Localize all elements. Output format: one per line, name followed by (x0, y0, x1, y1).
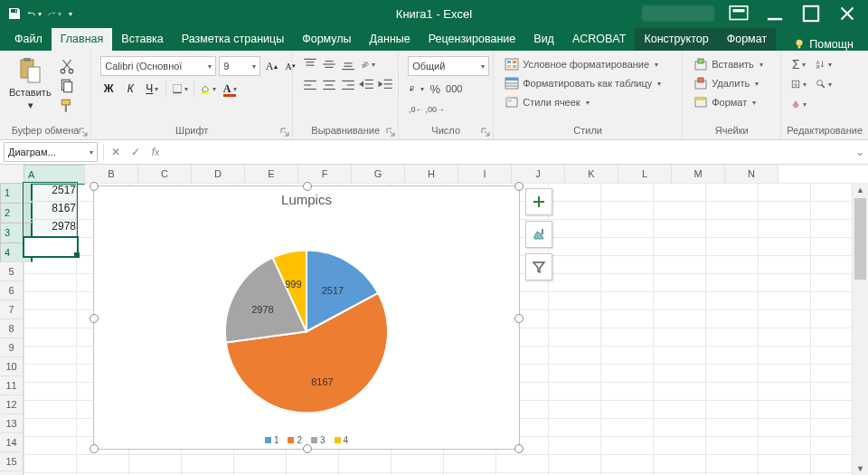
tab-format[interactable]: Формат (718, 28, 776, 51)
save-icon[interactable] (7, 6, 22, 21)
ribbon-display-icon[interactable] (727, 3, 750, 24)
font-size-select[interactable]: 9▾ (219, 56, 260, 76)
row-header-14[interactable]: 14 (0, 433, 24, 452)
font-family-select[interactable]: Calibri (Основної▾ (100, 56, 216, 76)
legend-item-1[interactable]: 1 (265, 435, 279, 445)
number-launcher-icon[interactable] (480, 127, 491, 138)
row-header-16[interactable]: 16 (0, 471, 24, 475)
increase-decimal-icon[interactable]: ,0← (408, 101, 424, 118)
tab-data[interactable]: Данные (361, 28, 420, 51)
align-bottom-icon[interactable] (340, 56, 356, 72)
accounting-icon[interactable]: ₽▾ (408, 81, 424, 97)
bold-button[interactable]: Ж (100, 81, 117, 97)
select-all-corner[interactable] (0, 165, 24, 184)
maximize-icon[interactable] (799, 3, 823, 24)
resize-handle-se[interactable] (514, 444, 524, 453)
undo-icon[interactable]: ▾ (27, 6, 42, 21)
format-painter-icon[interactable] (59, 98, 75, 114)
data-label-4[interactable]: 999 (285, 279, 301, 290)
insert-cells-button[interactable]: Вставить▾ (692, 56, 771, 72)
scroll-up-icon[interactable]: ▲ (853, 183, 868, 198)
name-box[interactable]: Диаграм...▾ (4, 142, 98, 162)
increase-indent-icon[interactable] (378, 77, 394, 93)
format-as-table-button[interactable]: Форматировать как таблицу▾ (503, 75, 673, 91)
tab-home[interactable]: Главная (52, 28, 113, 51)
underline-button[interactable]: Ч▾ (144, 81, 160, 97)
cell-styles-button[interactable]: Стили ячеек▾ (503, 94, 673, 110)
tab-review[interactable]: Рецензирование (420, 28, 525, 51)
align-middle-icon[interactable] (321, 56, 337, 72)
col-header-G[interactable]: G (352, 165, 405, 184)
col-header-D[interactable]: D (192, 165, 245, 184)
align-top-icon[interactable] (302, 56, 318, 72)
row-header-15[interactable]: 15 (0, 452, 24, 471)
format-cells-button[interactable]: Формат▾ (692, 94, 771, 110)
col-header-M[interactable]: M (672, 165, 725, 184)
col-header-C[interactable]: C (138, 165, 192, 184)
row-header-9[interactable]: 9 (0, 338, 24, 357)
data-label-3[interactable]: 2978 (251, 304, 273, 315)
data-label-2[interactable]: 8167 (311, 376, 333, 387)
tab-view[interactable]: Вид (524, 28, 563, 51)
tab-insert[interactable]: Вставка (112, 28, 172, 51)
col-header-F[interactable]: F (298, 165, 352, 184)
scroll-thumb[interactable] (854, 198, 866, 280)
align-left-icon[interactable] (302, 77, 318, 93)
col-header-J[interactable]: J (512, 165, 565, 184)
minimize-icon[interactable] (763, 3, 787, 24)
fill-handle[interactable] (74, 252, 80, 258)
insert-function-icon[interactable]: fx (146, 143, 165, 161)
clear-icon[interactable]: ▾ (790, 96, 807, 112)
font-launcher-icon[interactable] (279, 127, 290, 138)
sort-filter-icon[interactable]: AЯ▾ (816, 56, 832, 72)
col-header-L[interactable]: L (618, 165, 672, 184)
conditional-format-button[interactable]: Условное форматирование▾ (503, 56, 673, 72)
row-header-10[interactable]: 10 (0, 357, 24, 376)
row-header-11[interactable]: 11 (0, 376, 24, 395)
autosum-icon[interactable]: Σ▾ (790, 56, 807, 72)
tab-design[interactable]: Конструктор (635, 28, 717, 51)
grow-font-icon[interactable]: A▴ (263, 58, 279, 74)
col-header-H[interactable]: H (405, 165, 458, 184)
tell-me[interactable]: Помощн (793, 38, 863, 51)
tab-formulas[interactable]: Формулы (293, 28, 360, 51)
expand-formula-bar-icon[interactable]: ⌄ (852, 146, 868, 158)
user-account[interactable] (642, 5, 714, 22)
paste-button[interactable]: Вставить ▾ (5, 54, 55, 113)
col-header-E[interactable]: E (245, 165, 298, 184)
resize-handle-s[interactable] (303, 444, 312, 453)
italic-button[interactable]: К (122, 81, 138, 97)
col-header-B[interactable]: B (85, 165, 138, 184)
tab-acrobat[interactable]: ACROBAT (563, 28, 636, 51)
resize-handle-nw[interactable] (90, 182, 99, 191)
align-right-icon[interactable] (340, 77, 356, 93)
align-center-icon[interactable] (321, 77, 337, 93)
row-header-7[interactable]: 7 (0, 300, 24, 319)
legend-item-4[interactable]: 4 (335, 435, 349, 445)
vertical-scrollbar[interactable]: ▲ ▼ (852, 183, 868, 475)
border-icon[interactable]: ▾ (172, 81, 188, 97)
data-label-1[interactable]: 2517 (322, 285, 344, 296)
scroll-down-icon[interactable]: ▼ (853, 461, 868, 475)
legend-item-3[interactable]: 3 (311, 435, 326, 445)
find-select-icon[interactable]: ▾ (816, 76, 832, 92)
row-header-6[interactable]: 6 (0, 281, 24, 300)
copy-icon[interactable] (59, 78, 75, 94)
cancel-formula-icon[interactable]: ✕ (106, 143, 126, 161)
enter-formula-icon[interactable]: ✓ (126, 143, 146, 161)
formula-input[interactable] (165, 143, 852, 161)
percent-icon[interactable]: % (427, 81, 443, 97)
resize-handle-w[interactable] (90, 314, 99, 323)
fill-icon[interactable]: ▾ (790, 76, 807, 92)
resize-handle-sw[interactable] (90, 444, 99, 453)
redo-icon[interactable]: ▾ (47, 6, 61, 21)
legend-item-2[interactable]: 2 (288, 435, 302, 445)
chart-elements-button[interactable] (525, 188, 552, 215)
resize-handle-e[interactable] (514, 314, 524, 323)
number-format-select[interactable]: Общий▾ (408, 56, 489, 76)
decrease-decimal-icon[interactable]: ,00→ (427, 101, 443, 118)
fill-color-icon[interactable]: ▾ (200, 81, 216, 97)
resize-handle-ne[interactable] (514, 182, 524, 191)
close-icon[interactable] (835, 3, 859, 24)
tab-page-layout[interactable]: Разметка страницы (173, 28, 293, 51)
